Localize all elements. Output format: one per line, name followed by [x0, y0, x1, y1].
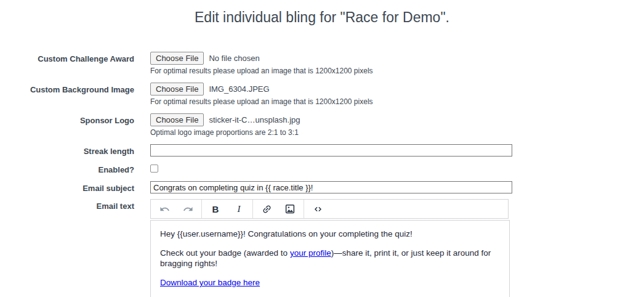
custom-background-image-helper: For optimal results please upload an ima…	[150, 97, 373, 106]
custom-challenge-award-helper: For optimal results please upload an ima…	[150, 67, 373, 75]
email-text-label: Email text	[0, 199, 134, 211]
toolbar-group-format: B I	[202, 200, 253, 218]
sponsor-logo-helper: Optimal logo image proportions are 2:1 t…	[150, 128, 300, 137]
enabled-label: Enabled?	[0, 163, 134, 174]
row-custom-background-image: Custom Background Image Choose File IMG_…	[0, 83, 644, 106]
link-icon[interactable]	[259, 201, 274, 216]
custom-background-image-filename: IMG_6304.JPEG	[209, 84, 269, 94]
toolbar-group-insert	[253, 200, 304, 218]
custom-challenge-award-choose-file-button[interactable]: Choose File	[150, 52, 204, 65]
row-sponsor-logo: Sponsor Logo Choose File sticker-it-C…un…	[0, 113, 644, 137]
sponsor-logo-label: Sponsor Logo	[0, 113, 134, 125]
toolbar-group-code	[304, 200, 331, 218]
email-paragraph-badge: Check out your badge (awarded to your pr…	[160, 248, 500, 269]
toolbar-group-history	[151, 200, 202, 218]
row-custom-challenge-award: Custom Challenge Award Choose File No fi…	[0, 52, 644, 75]
row-email-text: Email text	[0, 199, 644, 297]
sponsor-logo-filename: sticker-it-C…unsplash.jpg	[209, 115, 300, 124]
email-subject-input[interactable]	[150, 181, 512, 193]
streak-length-input[interactable]	[150, 144, 512, 157]
download-badge-link[interactable]: Download your badge here	[160, 278, 260, 287]
image-icon[interactable]	[283, 201, 297, 216]
sponsor-logo-choose-file-button[interactable]: Choose File	[150, 113, 204, 126]
custom-background-image-label: Custom Background Image	[0, 83, 134, 94]
email-subject-label: Email subject	[0, 181, 134, 193]
editor-toolbar: B I	[150, 199, 509, 219]
italic-icon[interactable]: I	[231, 201, 246, 216]
custom-background-image-choose-file-button[interactable]: Choose File	[150, 83, 204, 96]
email-paragraph-greeting: Hey {{user.username}}! Congratulations o…	[160, 229, 500, 239]
page-title: Edit individual bling for "Race for Demo…	[0, 9, 644, 26]
custom-challenge-award-label: Custom Challenge Award	[0, 52, 134, 63]
custom-challenge-award-filename: No file chosen	[209, 54, 259, 63]
bold-icon[interactable]: B	[208, 201, 223, 216]
bling-edit-form: Custom Challenge Award Choose File No fi…	[0, 52, 644, 297]
streak-length-label: Streak length	[0, 144, 134, 156]
email-text-editor: B I	[150, 199, 510, 297]
enabled-checkbox[interactable]	[150, 165, 158, 173]
row-email-subject: Email subject	[0, 181, 644, 193]
row-enabled: Enabled?	[0, 163, 644, 175]
your-profile-link[interactable]: your profile	[290, 248, 331, 258]
undo-icon[interactable]	[157, 201, 172, 216]
email-paragraph-download: Download your badge here	[160, 277, 500, 288]
redo-icon[interactable]	[180, 201, 195, 216]
row-streak-length: Streak length	[0, 144, 644, 157]
email-text-content[interactable]: Hey {{user.username}}! Congratulations o…	[150, 220, 510, 297]
code-icon[interactable]	[310, 201, 325, 216]
